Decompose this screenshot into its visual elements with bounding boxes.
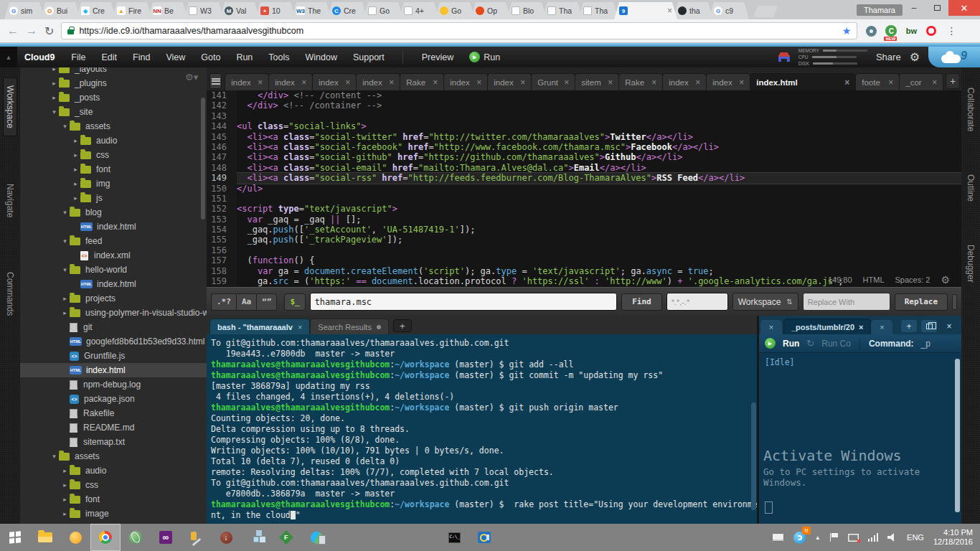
browser-tab[interactable]: Gc9 bbox=[709, 2, 749, 19]
tree-item[interactable]: ▸_posts bbox=[20, 90, 207, 105]
browser-tab[interactable]: MVal bbox=[220, 2, 260, 19]
sidebar-tab-debugger[interactable]: Debugger bbox=[964, 237, 977, 290]
line-number[interactable]: 153 bbox=[207, 215, 237, 225]
line-number[interactable]: 158 bbox=[207, 266, 237, 276]
tree-item[interactable]: sitemap.txt bbox=[20, 435, 207, 449]
browser-tab[interactable]: Tha bbox=[578, 2, 618, 19]
bookmark-star-icon[interactable]: ★ bbox=[842, 25, 852, 37]
file-explorer-button[interactable] bbox=[30, 524, 60, 551]
tree-item[interactable]: <>index.xml bbox=[20, 248, 207, 263]
pixel-avatar-icon[interactable] bbox=[778, 52, 790, 62]
editor-settings-gear-icon[interactable]: ⚙ bbox=[941, 275, 950, 285]
run-config-button[interactable]: Run Co bbox=[821, 339, 851, 349]
menu-item-edit[interactable]: Edit bbox=[94, 52, 126, 62]
tree-item[interactable]: ▸image bbox=[20, 507, 207, 521]
visual-studio-button[interactable]: ∞ bbox=[151, 524, 181, 551]
menu-item-view[interactable]: View bbox=[158, 52, 193, 62]
browser-tab[interactable]: Blo bbox=[507, 2, 547, 19]
hidden-tab[interactable]: × bbox=[760, 320, 782, 334]
browser-tab[interactable]: W3The bbox=[291, 2, 331, 19]
clock[interactable]: 4:10 PM 12/18/2016 bbox=[933, 528, 973, 547]
installer-button[interactable]: ↓ bbox=[211, 524, 241, 551]
reload-icon[interactable]: ↻ bbox=[44, 24, 54, 38]
tree-item[interactable]: ▸img bbox=[20, 176, 207, 191]
browser-tab[interactable]: 4+ bbox=[399, 2, 439, 19]
display-settings-button[interactable] bbox=[469, 524, 499, 551]
line-number[interactable]: 143 bbox=[207, 111, 237, 121]
whole-word-toggle-button[interactable]: “” bbox=[256, 293, 277, 311]
touch-keyboard-icon[interactable] bbox=[772, 533, 784, 542]
line-number[interactable]: 151 bbox=[207, 194, 237, 204]
tree-item[interactable]: ▸projects bbox=[20, 291, 207, 306]
file-filter-input[interactable] bbox=[666, 293, 728, 311]
tree-item[interactable]: ▾assets bbox=[20, 449, 207, 463]
editor-tab[interactable]: index× bbox=[225, 73, 269, 90]
tab-close-icon[interactable]: × bbox=[301, 77, 306, 88]
resource-meters[interactable]: MEMORY CPU DISK bbox=[798, 48, 867, 66]
new-tab-button[interactable] bbox=[753, 6, 778, 17]
extension-icon[interactable] bbox=[864, 24, 877, 37]
browser-tab[interactable]: OBui bbox=[40, 2, 80, 19]
tab-close-icon[interactable]: × bbox=[739, 77, 744, 88]
tree-item[interactable]: ▸js bbox=[20, 191, 207, 205]
browser-tab[interactable]: +10 bbox=[255, 2, 296, 19]
tree-item[interactable]: ▾feed bbox=[20, 234, 207, 248]
window-close-button[interactable]: ✕ bbox=[948, 0, 980, 16]
tree-item[interactable]: ▸css bbox=[20, 148, 207, 162]
menu-item-run[interactable]: Run bbox=[228, 52, 260, 62]
line-number[interactable]: 145 bbox=[207, 132, 237, 142]
line-number[interactable]: 142 bbox=[207, 100, 237, 110]
terminal-tab-search-results[interactable]: Search Results bbox=[310, 319, 389, 334]
tree-item[interactable]: ▸_layouts bbox=[20, 67, 207, 76]
run-console[interactable]: [Idle] Activate Windows Go to PC setting… bbox=[759, 353, 961, 524]
regex-toggle-button[interactable]: .*? bbox=[211, 293, 236, 311]
new-editor-tab-button[interactable]: + bbox=[946, 73, 960, 89]
tab-close-icon[interactable]: × bbox=[888, 77, 893, 88]
tab-close-icon[interactable]: × bbox=[932, 77, 937, 88]
browser-menu-icon[interactable]: ⋮ bbox=[945, 24, 958, 37]
atom-button[interactable] bbox=[121, 524, 151, 551]
editor-tab[interactable]: Grunt× bbox=[531, 73, 575, 90]
url-text[interactable]: https://ide.c9.io/thamaraaalves/thamaraa… bbox=[79, 26, 837, 36]
browser-tab[interactable]: tha bbox=[673, 2, 713, 19]
browser-profile-button[interactable]: Thamara bbox=[857, 4, 903, 16]
line-number[interactable]: 146 bbox=[207, 142, 237, 152]
language-indicator[interactable]: ENG bbox=[907, 533, 924, 542]
tree-item[interactable]: npm-debug.log bbox=[20, 377, 207, 392]
tree-item[interactable]: ▸font bbox=[20, 162, 207, 176]
tree-item[interactable]: ▾assets bbox=[20, 119, 207, 133]
browser-tab[interactable]: Go bbox=[363, 2, 403, 19]
tree-item[interactable]: Rakefile bbox=[20, 406, 207, 420]
terminal-tab-bash[interactable]: bash - "thamaraaalv × bbox=[209, 319, 310, 334]
editor-tab[interactable]: Rake× bbox=[400, 73, 444, 90]
terminal-scrollbar[interactable] bbox=[751, 402, 756, 510]
indentation-setting[interactable]: Spaces: 2 bbox=[895, 275, 930, 285]
cursor-position[interactable]: 149:80 bbox=[828, 275, 852, 285]
tree-item[interactable]: HTMLindex.html bbox=[20, 363, 207, 377]
browser-tab[interactable]: ▲Fire bbox=[112, 2, 152, 19]
settings-gear-icon[interactable]: ⚙ bbox=[910, 50, 920, 64]
tree-item[interactable]: <>package.json bbox=[20, 392, 207, 406]
tree-item[interactable]: ▸font bbox=[20, 492, 207, 507]
tree-item[interactable]: ▸_plugins bbox=[20, 76, 207, 90]
findbar-resize-handle[interactable] bbox=[952, 294, 957, 310]
share-button[interactable]: Share bbox=[876, 52, 901, 62]
replace-button[interactable]: Replace bbox=[895, 293, 948, 311]
menu-item-support[interactable]: Support bbox=[345, 52, 392, 62]
browser-tab[interactable]: Op bbox=[471, 2, 511, 19]
add-pane-button[interactable]: + bbox=[901, 320, 917, 332]
notification-app-icon[interactable]: !! bbox=[793, 532, 806, 544]
code-editor[interactable]: 141 </div> <!-- /content -->142 </div> <… bbox=[207, 90, 961, 287]
run-button[interactable]: ▶ Run bbox=[462, 52, 507, 62]
chrome-button[interactable] bbox=[90, 524, 121, 551]
run-play-icon[interactable]: ▶ bbox=[765, 338, 776, 349]
browser-tab[interactable]: W3 bbox=[184, 2, 224, 19]
tree-item[interactable]: ▾_site bbox=[20, 105, 207, 119]
line-number[interactable]: 156 bbox=[207, 245, 237, 255]
sidebar-tab-commands[interactable]: Commands bbox=[4, 265, 17, 323]
tree-item[interactable]: HTMLindex.html bbox=[20, 277, 207, 291]
extension-bw-icon[interactable]: bw bbox=[905, 24, 918, 37]
tab-close-icon[interactable]: × bbox=[667, 7, 672, 14]
new-terminal-button[interactable]: + bbox=[393, 319, 412, 332]
search-console-toggle-button[interactable]: $_ bbox=[284, 293, 305, 311]
